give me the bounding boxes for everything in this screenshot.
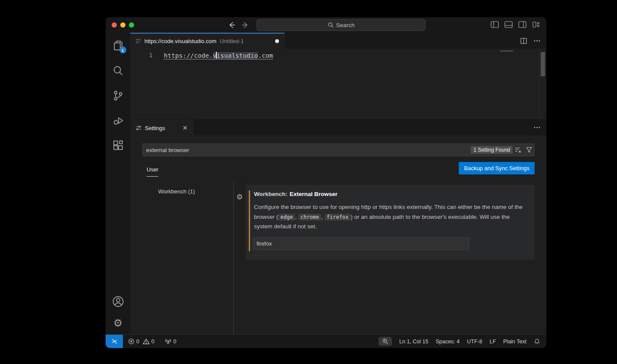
settings-search-bar: 1 Setting Found	[142, 143, 535, 156]
setting-value-input[interactable]	[253, 237, 469, 250]
cursor-position[interactable]: Ln 1, Col 15	[399, 339, 428, 345]
scrollbar-thumb[interactable]	[541, 52, 545, 76]
traffic-lights	[112, 22, 134, 28]
minimize-window-button[interactable]	[120, 22, 125, 28]
filter-icon[interactable]	[526, 147, 532, 153]
vscode-window: Search 1	[106, 17, 546, 348]
line-number: 1	[130, 52, 164, 59]
more-actions-icon[interactable]	[534, 40, 540, 42]
zoom-window-button[interactable]	[129, 22, 134, 28]
indentation[interactable]: Spaces: 4	[435, 339, 460, 345]
code-chip-chrome: chrome	[298, 214, 321, 221]
remote-indicator[interactable]	[106, 335, 123, 348]
tab-title: Settings	[145, 125, 165, 131]
tab-title: https://code.visualstudio.com	[144, 38, 216, 44]
code-line-link[interactable]: https://code.visualstudio.com	[164, 52, 273, 59]
problems-indicator[interactable]: 0 0	[128, 338, 154, 345]
extensions-icon	[113, 140, 124, 151]
setting-description: Configure the browser to use for opening…	[254, 202, 526, 232]
radio-tower-icon	[165, 338, 172, 345]
customize-layout-icon[interactable]	[532, 21, 540, 28]
setting-gear-icon[interactable]: ⚙	[236, 193, 243, 201]
minimap	[500, 50, 513, 52]
editor-scrollbar[interactable]	[539, 49, 546, 119]
toc-item-workbench[interactable]: Workbench (1)	[158, 188, 233, 195]
toggle-primary-sidebar-icon[interactable]	[491, 21, 499, 28]
toggle-panel-icon[interactable]	[504, 21, 513, 28]
editor-group1-tabbar: https://code.visualstudio.com Untitled-1	[130, 33, 546, 49]
gear-icon: ⚙	[113, 318, 123, 328]
source-control-icon	[113, 90, 124, 101]
errors-count: 0	[136, 339, 139, 345]
accounts-button[interactable]	[112, 296, 124, 308]
setting-row-external-browser: Workbench:External Browser Configure the…	[246, 185, 535, 260]
language-mode[interactable]: Plain Text	[503, 339, 526, 345]
plain-text-file-icon	[135, 38, 141, 44]
dirty-indicator-icon[interactable]	[275, 39, 279, 43]
explorer-badge: 1	[119, 47, 126, 53]
more-actions-icon[interactable]	[534, 127, 540, 128]
toggle-secondary-sidebar-icon[interactable]	[518, 21, 526, 28]
backup-sync-settings-button[interactable]: Backup and Sync Settings	[459, 162, 535, 174]
text-editor[interactable]: 1 https://code.visualstudio.com	[130, 49, 546, 119]
tab-settings[interactable]: Settings ✕	[130, 120, 193, 135]
status-bar: 0 0 0 Ln 1, Col 15 Spaces: 4	[106, 334, 546, 348]
search-placeholder: Search	[336, 22, 355, 28]
title-bar: Search	[106, 17, 546, 33]
close-tab-icon[interactable]: ✕	[182, 125, 188, 131]
settings-sliders-icon	[135, 125, 141, 131]
sidebar-item-explorer[interactable]: 1	[112, 40, 124, 52]
tab-secondary-label: Untitled-1	[220, 38, 244, 44]
command-center-search[interactable]: Search	[257, 19, 426, 31]
search-icon	[113, 65, 124, 76]
setting-label: External Browser	[290, 191, 338, 197]
errors-icon	[128, 338, 135, 345]
ports-indicator[interactable]: 0	[165, 338, 176, 345]
eol-sequence[interactable]: LF	[489, 339, 496, 345]
modified-indicator	[249, 190, 250, 251]
tab-untitled-1[interactable]: https://code.visualstudio.com Untitled-1	[130, 33, 285, 49]
encoding[interactable]: UTF-8	[467, 339, 482, 345]
search-icon	[328, 22, 334, 28]
back-icon[interactable]	[228, 20, 235, 30]
warnings-icon	[143, 338, 150, 345]
editor-group2-tabbar: Settings ✕	[130, 119, 546, 135]
settings-list: ⚙ Workbench:External Browser Configure t…	[234, 181, 546, 334]
warnings-count: 0	[151, 339, 154, 345]
run-debug-icon	[113, 115, 124, 126]
zoom-indicator[interactable]	[379, 337, 392, 346]
sidebar-item-extensions[interactable]	[112, 140, 124, 152]
clear-filters-icon[interactable]	[515, 147, 522, 153]
settings-search-input[interactable]	[143, 147, 471, 153]
notifications-bell-icon[interactable]	[534, 338, 540, 345]
zoom-in-icon	[382, 338, 388, 345]
split-editor-icon[interactable]	[520, 38, 527, 44]
manage-settings-button[interactable]: ⚙	[112, 317, 124, 329]
code-chip-firefox: firefox	[325, 214, 351, 221]
remote-icon	[111, 338, 118, 345]
sidebar-item-run-debug[interactable]	[112, 115, 124, 127]
close-window-button[interactable]	[112, 22, 117, 28]
tab-user-scope[interactable]: User	[147, 166, 158, 177]
settings-editor: 1 Setting Found User Backup and Sync Set…	[130, 135, 546, 334]
settings-count-badge: 1 Setting Found	[471, 146, 513, 154]
activity-bar: 1	[106, 33, 130, 334]
forward-icon[interactable]	[241, 20, 249, 30]
sidebar-item-source-control[interactable]	[112, 90, 124, 102]
account-icon	[112, 296, 124, 308]
settings-toc: Workbench (1)	[130, 181, 234, 334]
setting-title: Workbench:External Browser	[254, 191, 338, 197]
sidebar-item-search[interactable]	[112, 65, 124, 77]
ports-count: 0	[173, 339, 176, 345]
code-chip-edge: edge	[278, 214, 295, 221]
setting-category: Workbench:	[254, 191, 288, 197]
